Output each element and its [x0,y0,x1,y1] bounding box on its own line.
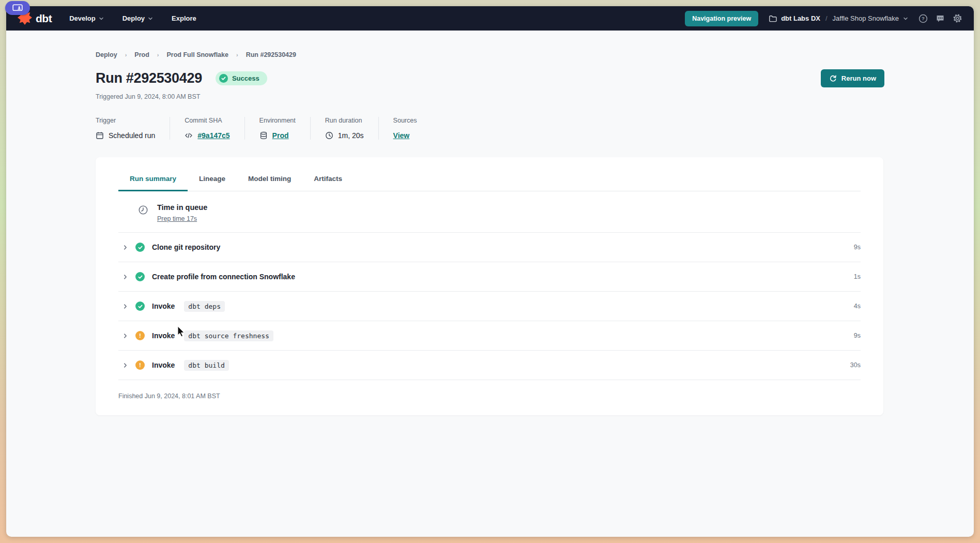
meta-value-text: 1m, 20s [338,131,364,140]
meta-label: Run duration [325,117,364,124]
tab-model-timing[interactable]: Model timing [237,170,302,191]
screen-share-badge[interactable] [5,1,30,15]
time-in-queue-row: Time in queue Prep time 17s [118,191,861,233]
nav-item-label: Develop [69,14,96,22]
main-content: Deploy›Prod›Prod Full Snowflake›Run #292… [6,31,974,415]
status-badge-label: Success [232,74,259,82]
meta-value-text[interactable]: Prod [272,131,289,140]
page-title: Run #292530429 [96,70,202,86]
run-metadata-row: TriggerScheduled runCommit SHA#9a147c5En… [96,117,884,140]
breadcrumb-item[interactable]: Deploy [96,51,117,58]
meta-value: Prod [259,131,296,140]
calendar-icon [96,131,104,140]
step-label: Invoke [152,361,175,369]
top-navbar: dbt DevelopDeployExplore Navigation prev… [6,6,974,31]
tab-artifacts[interactable]: Artifacts [302,170,354,191]
folder-icon [769,14,777,23]
help-icon[interactable]: ? [918,14,928,23]
nav-item-label: Deploy [122,14,145,22]
step-label: Clone git repository [152,243,220,251]
meta-label: Sources [393,117,417,124]
meta-col-environment: EnvironmentProd [259,117,311,140]
gear-icon[interactable] [953,13,962,23]
feedback-icon[interactable] [936,14,945,23]
step-row[interactable]: Clone git repository9s [118,233,861,262]
meta-label: Commit SHA [185,117,229,124]
tab-bar: Run summaryLineageModel timingArtifacts [118,157,861,191]
chevron-down-icon [99,16,104,21]
meta-value-text[interactable]: #9a147c5 [197,131,229,140]
nav-item-label: Explore [172,14,196,22]
meta-value: 1m, 20s [325,131,364,140]
chevron-right-icon[interactable] [122,363,128,368]
nav-item-deploy[interactable]: Deploy [122,14,153,22]
step-command-code: dbt build [184,360,228,371]
meta-value: View [393,131,417,140]
step-label: Invoke [152,331,175,340]
svg-text:?: ? [922,16,925,21]
nav-item-explore[interactable]: Explore [172,14,196,22]
step-label: Invoke [152,302,175,310]
page-header: Run #292530429 Success Rerun now [96,70,884,86]
chevron-down-icon [148,16,153,21]
meta-col-sources: SourcesView [393,117,432,140]
screen-share-icon [12,4,23,12]
step-command-code: dbt source freshness [184,330,273,341]
navigation-preview-button[interactable]: Navigation preview [685,11,758,26]
meta-label: Trigger [96,117,155,124]
breadcrumb-item[interactable]: Prod [134,51,149,58]
tab-lineage[interactable]: Lineage [188,170,237,191]
step-row[interactable]: Invokedbt deps4s [118,292,861,321]
step-duration: 9s [854,244,861,251]
meta-col-run-duration: Run duration1m, 20s [325,117,379,140]
step-duration: 4s [854,303,861,310]
step-row[interactable]: !Invokedbt build30s [118,351,861,380]
chevron-down-icon [903,16,908,21]
code-icon [185,131,193,140]
meta-label: Environment [259,117,296,124]
chevron-right-icon[interactable] [122,304,128,309]
step-row[interactable]: !Invokedbt source freshness9s [118,321,861,351]
chevron-right-icon[interactable] [122,245,128,250]
breadcrumb-separator: › [125,52,127,58]
chevron-right-icon[interactable] [122,274,128,280]
rerun-now-button[interactable]: Rerun now [821,69,884,87]
nav-item-develop[interactable]: Develop [69,14,104,22]
breadcrumb-item[interactable]: Prod Full Snowflake [167,51,228,58]
clock-icon [325,131,333,140]
triggered-timestamp: Triggered Jun 9, 2024, 8:00 AM BST [96,93,884,100]
step-command-code: dbt deps [184,301,225,312]
step-label: Create profile from connection Snowflake [152,273,295,281]
step-row[interactable]: Create profile from connection Snowflake… [118,262,861,292]
step-duration: 9s [854,332,861,339]
run-summary-card: Run summaryLineageModel timingArtifacts … [96,157,883,415]
breadcrumb-item: Run #292530429 [246,51,296,58]
success-check-icon [219,74,228,83]
status-badge: Success [216,71,267,85]
account-name: dbt Labs DX [781,14,820,22]
meta-value: #9a147c5 [185,131,229,140]
tab-run-summary[interactable]: Run summary [118,170,188,191]
queue-title: Time in queue [157,203,207,212]
meta-value-text: Scheduled run [109,131,155,140]
dbt-logo-text: dbt [36,12,52,25]
chevron-right-icon[interactable] [122,333,128,339]
success-check-icon [135,243,145,252]
step-duration: 1s [854,273,861,280]
meta-col-trigger: TriggerScheduled run [96,117,170,140]
step-list: Clone git repository9sCreate profile fro… [118,233,861,380]
breadcrumb-separator: › [157,52,159,58]
success-check-icon [135,272,145,281]
rerun-now-label: Rerun now [841,74,876,82]
navbar-right: Navigation preview dbt Labs DX / Jaffle … [685,11,962,26]
finished-timestamp: Finished Jun 9, 2024, 8:01 AM BST [118,380,861,415]
breadcrumb-separator: › [236,52,238,58]
account-separator: / [824,14,829,22]
warning-icon: ! [135,360,145,370]
account-project-switcher[interactable]: dbt Labs DX / Jaffle Shop Snowflake [769,14,908,23]
meta-value-text[interactable]: View [393,131,410,140]
meta-value: Scheduled run [96,131,155,140]
nav-menus: DevelopDeployExplore [69,14,196,22]
prep-time-link[interactable]: Prep time 17s [157,215,197,222]
queue-clock-icon [138,203,148,215]
